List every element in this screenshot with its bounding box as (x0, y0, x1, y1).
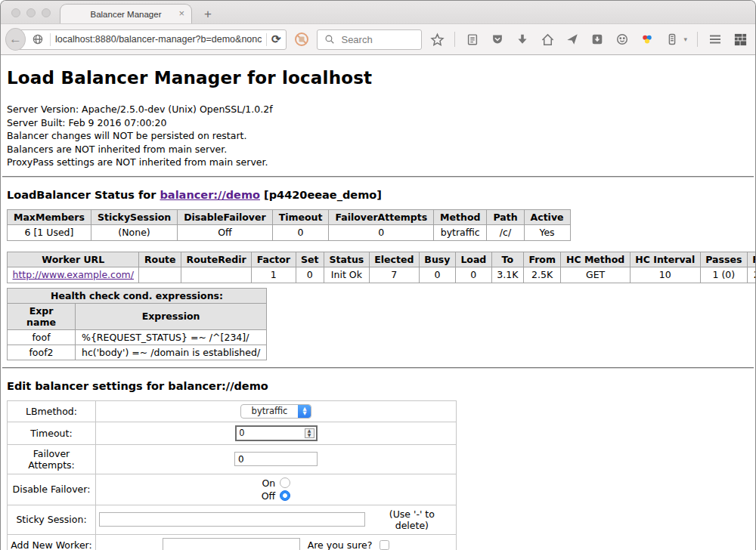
table-cell: 1 (0) (700, 267, 747, 283)
hamburger-menu-icon[interactable] (708, 32, 723, 47)
table-cell: 2.5K (523, 267, 561, 283)
window-controls[interactable] (11, 8, 51, 17)
health-col-expr-name: Expr name (8, 303, 76, 329)
disable-failover-off-radio[interactable] (280, 490, 290, 501)
column-header: Status (324, 252, 370, 267)
add-worker-label: Add New Worker: (8, 534, 96, 550)
health-col-expression: Expression (76, 303, 267, 329)
failover-attempts-input[interactable] (234, 452, 318, 466)
table-cell: Init Ok (324, 267, 370, 283)
timeout-field-wrap: ▲▼ (235, 425, 318, 441)
colors-palette-icon[interactable] (640, 32, 655, 47)
url-input[interactable] (55, 34, 262, 45)
pocket-icon[interactable] (490, 32, 505, 47)
tab-close-icon[interactable]: × (178, 8, 184, 19)
balancer-demo-link[interactable]: balancer://demo (160, 189, 260, 201)
column-header: Factor (252, 252, 296, 267)
table-cell: 2 (0) (747, 267, 755, 283)
navigation-toolbar: ← ⟳ (1, 23, 755, 55)
lbmethod-label: LBmethod: (8, 400, 96, 422)
column-header: Set (296, 252, 324, 267)
bookmark-star-icon[interactable] (429, 32, 445, 47)
column-header: Fails (747, 252, 755, 267)
send-plane-icon[interactable] (565, 32, 580, 47)
proxypass-warning-line: ProxyPass settings are NOT inherited fro… (7, 156, 755, 169)
worker-url-link[interactable]: http://www.example.com/ (13, 269, 134, 280)
column-header: To (491, 252, 523, 267)
sticky-session-hint: (Use '-' to delete) (371, 508, 453, 531)
column-header: Worker URL (8, 252, 139, 267)
table-cell: 0 (296, 267, 324, 283)
lbmethod-select[interactable]: bytraffic ▲▼ (240, 404, 312, 419)
reading-list-icon[interactable] (465, 32, 480, 47)
expression-cell: %{REQUEST_STATUS} =~ /^[234]/ (76, 329, 267, 345)
disable-failover-radios: On Off (262, 477, 290, 502)
table-cell: 0 (329, 224, 434, 240)
status-heading-suffix: [p4420eeae_demo] (260, 189, 382, 201)
urlbar-divider (50, 33, 51, 46)
search-bar[interactable] (317, 29, 422, 50)
lbmethod-selected-value: bytraffic (241, 405, 299, 418)
search-icon (322, 32, 337, 47)
divider-rule (2, 176, 754, 178)
close-window-button[interactable] (11, 8, 20, 17)
column-header: Method (434, 209, 487, 224)
are-you-sure-checkbox[interactable] (380, 540, 389, 550)
url-bar[interactable]: ⟳ (14, 29, 287, 50)
downloads-panel-icon[interactable] (590, 32, 605, 47)
back-button[interactable]: ← (5, 28, 26, 51)
column-header: Passes (700, 252, 747, 267)
download-arrow-icon[interactable] (515, 32, 530, 47)
tab-balancer-manager[interactable]: Balancer Manager × (60, 4, 192, 23)
apps-grid-icon[interactable] (733, 32, 748, 47)
column-header: MaxMembers (8, 209, 91, 224)
table-cell: bytraffic (434, 224, 487, 240)
extension-container-icon[interactable] (665, 32, 680, 47)
radio-on-label: On (262, 477, 275, 489)
table-cell: (None) (91, 224, 177, 240)
column-header: HC Method (561, 252, 630, 267)
back-arrow-icon: ← (9, 32, 22, 47)
table-row: foof %{REQUEST_STATUS} =~ /^[234]/ (8, 329, 267, 345)
urlbar-divider2 (266, 33, 267, 46)
minimize-window-button[interactable] (26, 8, 36, 17)
number-spinner-icon[interactable]: ▲▼ (305, 428, 314, 438)
server-version-line: Server Version: Apache/2.5.0-dev (Unix) … (7, 103, 755, 116)
status-heading-prefix: LoadBalancer Status for (7, 189, 160, 201)
sticky-session-input[interactable] (99, 512, 365, 527)
add-worker-input[interactable] (163, 538, 300, 550)
inherit-warning-line: Balancers are NOT inherited from main se… (7, 143, 755, 156)
forum-smiley-icon[interactable] (615, 32, 630, 47)
column-header: DisableFailover (178, 209, 272, 224)
column-header: Timeout (272, 209, 329, 224)
column-header: RouteRedir (181, 252, 252, 267)
browser-window: Balancer Manager × + ← ⟳ (0, 0, 756, 550)
expression-cell: hc('body') =~ /domain is established/ (76, 345, 267, 360)
table-cell: /c/ (487, 224, 524, 240)
table-cell: Off (178, 224, 272, 240)
reload-icon[interactable]: ⟳ (271, 32, 281, 46)
worker-status-table: Worker URLRouteRouteRedirFactorSetStatus… (7, 252, 755, 283)
column-header: Active (524, 209, 570, 224)
chevron-down-icon[interactable]: ▾ (683, 36, 687, 43)
column-header: Elected (369, 252, 419, 267)
table-cell: 3.1K (491, 267, 523, 283)
server-info: Server Version: Apache/2.5.0-dev (Unix) … (7, 103, 755, 169)
health-check-table: Health check cond. expressions: Expr nam… (7, 288, 267, 360)
disable-failover-on-radio[interactable] (280, 477, 290, 488)
health-table-title: Health check cond. expressions: (8, 288, 267, 303)
table-cell: 10 (630, 267, 700, 283)
table-cell: http://www.example.com/ (8, 267, 139, 283)
loadbalancer-status-heading: LoadBalancer Status for balancer://demo … (7, 189, 755, 201)
home-icon[interactable] (540, 32, 555, 47)
search-input[interactable] (341, 34, 417, 45)
balancer-status-table: MaxMembersStickySessionDisableFailoverTi… (7, 209, 571, 241)
column-header: From (523, 252, 561, 267)
timeout-input[interactable] (237, 427, 305, 440)
expr-name-cell: foof (8, 329, 76, 345)
zoom-window-button[interactable] (42, 8, 51, 17)
content-blocked-icon[interactable] (294, 32, 309, 47)
new-tab-button[interactable]: + (204, 8, 212, 20)
table-cell (181, 267, 252, 283)
page-title: Load Balancer Manager for localhost (7, 68, 755, 88)
